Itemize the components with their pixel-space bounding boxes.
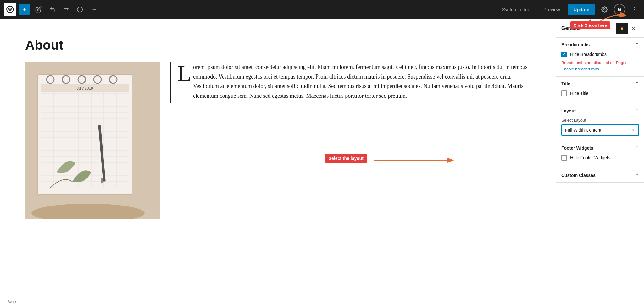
panel-star-button[interactable]: ★ [616,23,628,34]
undo-button[interactable] [47,4,58,15]
content-image: July 2018 [25,62,160,219]
page-title: About [25,38,531,53]
status-bar: Page [0,296,644,307]
custom-classes-section-header[interactable]: Custom Classes ⌃ [556,168,644,182]
layout-select[interactable]: Full Width Content Default Layout Conten… [561,124,639,136]
title-section: Title ⌃ Hide Title [556,77,644,104]
main-area: About July 2018 [0,19,644,296]
footer-widgets-section-header[interactable]: Footer Widgets ⌃ [556,141,644,155]
info-button[interactable] [74,4,86,15]
breadcrumbs-warning: Breadcrumbs are disabled on Pages. [561,60,639,66]
custom-classes-section: Custom Classes ⌃ [556,168,644,183]
right-panel: Genesis ★ ✕ Breadcrumbs ⌃ ✓ Hide Breadcr… [556,19,644,296]
hide-breadcrumbs-row: ✓ Hide Breadcrumbs [561,52,639,57]
layout-body: Select Layout Full Width Content Default… [556,118,644,141]
add-block-button[interactable]: + [19,4,30,15]
footer-widgets-title: Footer Widgets [561,145,593,151]
checkbox-check-icon: ✓ [563,52,566,57]
panel-title: Genesis [561,25,616,31]
title-section-header[interactable]: Title ⌃ [556,77,644,90]
breadcrumbs-chevron-icon: ⌃ [635,42,639,47]
hide-title-row: Hide Title [561,90,639,96]
select-layout-label: Select Layout [561,118,639,123]
hide-footer-widgets-row: Hide Footer Widgets [561,155,639,161]
footer-widgets-section: Footer Widgets ⌃ Hide Footer Widgets [556,141,644,168]
status-label: Page [6,299,16,304]
drop-cap-border [170,62,171,103]
footer-widgets-body: Hide Footer Widgets [556,155,644,168]
title-chevron-icon: ⌃ [635,81,639,86]
layout-section: Layout ⌃ Select Layout Full Width Conten… [556,104,644,141]
breadcrumbs-section-header[interactable]: Breadcrumbs ⌃ [556,38,644,52]
custom-classes-chevron-icon: ⌃ [635,173,639,178]
hide-breadcrumbs-label: Hide Breadcrumbs [570,52,607,57]
content-text: L orem ipsum dolor sit amet, consectetur… [170,62,531,103]
content-block: July 2018 [25,62,531,219]
update-button[interactable]: Update [568,4,595,15]
layout-section-title: Layout [561,108,576,113]
user-avatar-button[interactable]: G [614,4,625,15]
svg-point-11 [604,9,605,10]
edit-icon-button[interactable] [33,4,44,15]
breadcrumbs-section: Breadcrumbs ⌃ ✓ Hide Breadcrumbs Breadcr… [556,38,644,77]
hide-title-checkbox[interactable] [561,90,567,96]
layout-section-header[interactable]: Layout ⌃ [556,104,644,118]
hide-footer-widgets-label: Hide Footer Widgets [570,155,610,160]
title-section-title: Title [561,81,570,86]
hide-title-label: Hide Title [570,91,588,96]
breadcrumbs-body: ✓ Hide Breadcrumbs Breadcrumbs are disab… [556,52,644,76]
footer-widgets-chevron-icon: ⌃ [635,145,639,151]
list-view-button[interactable] [88,4,99,15]
svg-text:July 2018: July 2018 [77,86,93,90]
breadcrumbs-title: Breadcrumbs [561,42,590,47]
drop-cap-letter: L [177,62,191,85]
panel-close-button[interactable]: ✕ [628,23,639,34]
wp-logo: W [4,3,16,16]
custom-classes-title: Custom Classes [561,173,596,178]
hide-breadcrumbs-checkbox[interactable]: ✓ [561,52,567,57]
toolbar: W + Switch to draft Preview Update G ⋮ [0,0,644,19]
preview-button[interactable]: Preview [540,5,564,14]
body-text: orem ipsum dolor sit amet, consectetur a… [193,62,531,101]
switch-draft-button[interactable]: Switch to draft [498,5,536,14]
editor-area[interactable]: About July 2018 [0,19,556,296]
hide-footer-widgets-checkbox[interactable] [561,155,567,161]
more-options-button[interactable]: ⋮ [629,4,640,15]
enable-breadcrumbs-link[interactable]: Enable breadcrumbs. [561,67,639,71]
svg-text:W: W [8,8,12,12]
panel-header: Genesis ★ ✕ [556,19,644,38]
layout-chevron-icon: ⌃ [635,108,639,113]
settings-gear-button[interactable] [599,4,610,15]
title-body: Hide Title [556,90,644,104]
redo-button[interactable] [60,4,72,15]
